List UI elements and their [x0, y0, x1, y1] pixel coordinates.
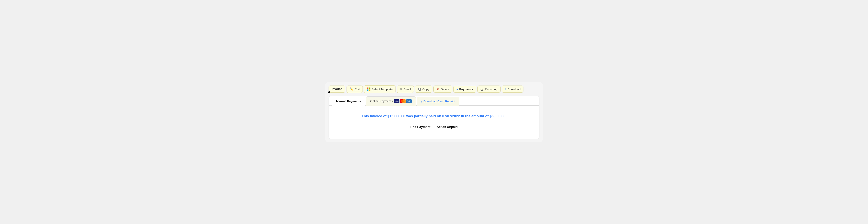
card-icons: VISA AMEX: [394, 99, 412, 103]
email-button[interactable]: ✉ Email: [397, 86, 414, 93]
select-template-button[interactable]: Select Template: [364, 85, 396, 93]
svg-rect-5: [418, 88, 420, 90]
delete-icon: 🗑: [436, 87, 439, 91]
payments-button[interactable]: ● Payments: [453, 86, 476, 93]
svg-rect-3: [369, 90, 370, 91]
mastercard-icon: [400, 99, 406, 103]
edit-icon: ✏️: [349, 87, 353, 91]
delete-label: Delete: [441, 88, 449, 91]
download-icon: ↓: [505, 87, 506, 91]
tab-download-cash-receipt[interactable]: ↓ Download Cash Receipt: [416, 97, 459, 106]
select-template-label: Select Template: [372, 88, 393, 91]
svg-rect-2: [367, 90, 368, 91]
copy-icon: [418, 87, 421, 91]
download-cash-receipt-label: Download Cash Receipt: [423, 100, 455, 103]
svg-rect-1: [369, 88, 370, 89]
edit-payment-link[interactable]: Edit Payment: [410, 125, 430, 129]
select-template-icon: [367, 87, 370, 91]
download-label: Download: [507, 88, 521, 91]
svg-line-8: [482, 89, 483, 90]
amex-icon: AMEX: [406, 99, 412, 103]
download-button[interactable]: ↓ Download: [502, 86, 524, 93]
content-panel: Manual Payments Online Payments VISA AME…: [329, 96, 539, 139]
email-label: Email: [403, 88, 411, 91]
download-receipt-icon: ↓: [421, 100, 422, 103]
invoice-notice: This invoice of $15,000.00 was partially…: [333, 114, 535, 119]
invoice-button[interactable]: Invoice ▲: [329, 86, 345, 93]
tab-online-payments[interactable]: Online Payments VISA AMEX: [366, 96, 416, 106]
svg-rect-0: [367, 88, 368, 89]
invoice-label: Invoice: [332, 87, 342, 91]
cursor-indicator: ▲: [327, 89, 331, 94]
copy-button[interactable]: Copy: [415, 86, 432, 93]
payments-label: Payments: [459, 88, 473, 91]
online-payments-tab-label: Online Payments: [370, 99, 393, 103]
edit-label: Edit: [354, 88, 360, 91]
action-links: Edit Payment Set as Unpaid: [333, 125, 535, 129]
toolbar: Invoice ▲ ✏️ Edit Select Template ✉ Emai…: [329, 85, 539, 93]
recurring-button[interactable]: Recurring: [477, 86, 500, 93]
visa-icon: VISA: [394, 99, 399, 103]
delete-button[interactable]: 🗑 Delete: [433, 86, 452, 93]
tabs-row: Manual Payments Online Payments VISA AME…: [329, 96, 539, 106]
set-as-unpaid-link[interactable]: Set as Unpaid: [437, 125, 458, 129]
manual-payments-tab-label: Manual Payments: [336, 100, 361, 103]
email-icon: ✉: [400, 87, 402, 91]
edit-button[interactable]: ✏️ Edit: [346, 86, 363, 93]
main-content: This invoice of $15,000.00 was partially…: [329, 106, 539, 139]
copy-label: Copy: [422, 88, 429, 91]
recurring-label: Recurring: [485, 88, 498, 91]
recurring-icon: [480, 87, 484, 91]
payments-dot-icon: ●: [456, 88, 458, 91]
page-wrapper: Invoice ▲ ✏️ Edit Select Template ✉ Emai…: [326, 82, 542, 142]
tab-manual-payments[interactable]: Manual Payments: [332, 97, 365, 106]
